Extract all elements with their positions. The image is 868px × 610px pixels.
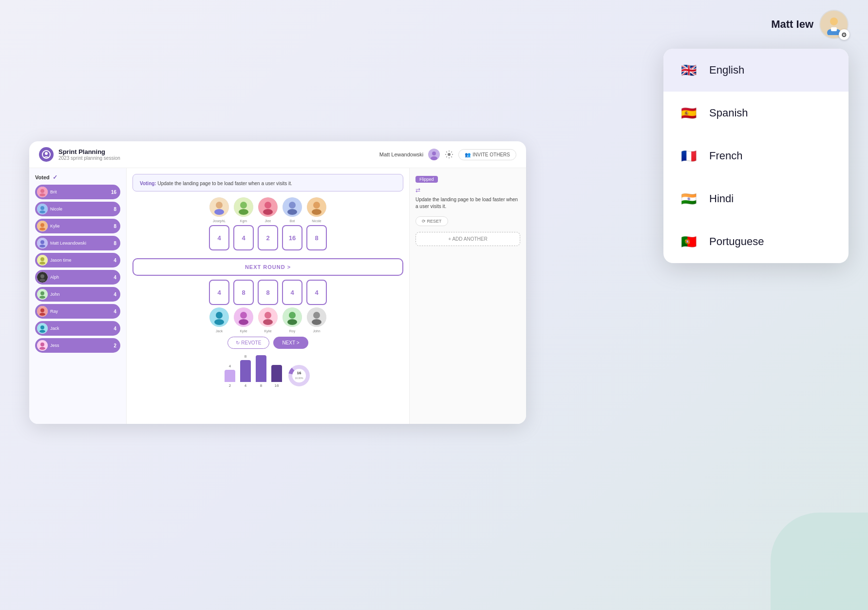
svg-point-23	[40, 257, 44, 261]
lang-item-hindi[interactable]: 🇮🇳 Hindi	[663, 177, 849, 220]
voter-item-john: John 4	[35, 287, 120, 302]
svg-point-35	[40, 325, 44, 329]
voter-name-jack: Jack	[50, 326, 59, 331]
bar-x-2: 2	[229, 383, 231, 388]
svg-point-54	[312, 209, 321, 215]
flag-french: 🇫🇷	[678, 145, 699, 167]
svg-point-69	[312, 319, 321, 325]
app-logo-area: Sprint Planning 2023 sprint planning ses…	[39, 147, 120, 162]
voting-text: Voting: Update the landing page to be lo…	[140, 181, 292, 186]
flip-icon: ⇄	[415, 187, 420, 193]
svg-point-1	[830, 18, 838, 25]
voter-score-kylie: 8	[113, 224, 116, 229]
voter-name-jason: Jason time	[50, 258, 72, 263]
svg-point-48	[263, 209, 273, 215]
voter-score-jess: 2	[113, 343, 116, 348]
voter-item-ray: Ray 4	[35, 304, 120, 319]
svg-point-15	[39, 210, 45, 213]
invite-others-button[interactable]: 👥 INVITE OTHERS	[458, 149, 516, 160]
voter-score-alph: 4	[113, 275, 116, 280]
lang-item-english[interactable]: 🇬🇧 English	[663, 49, 849, 92]
svg-point-38	[40, 343, 44, 346]
vote-card-joseph: 4	[209, 225, 229, 250]
vote-card-jack-bottom: 4	[209, 280, 229, 305]
voter-score-ray: 4	[113, 309, 116, 314]
svg-point-26	[40, 274, 44, 278]
lang-item-spanish[interactable]: 🇪🇸 Spanish	[663, 92, 849, 134]
revote-button[interactable]: ↻ REVOTE	[227, 337, 269, 349]
decorative-teal	[771, 513, 868, 610]
bar-label-2: 4	[229, 364, 231, 368]
player-col-kylie2-bottom: 8 Kylie	[258, 280, 278, 333]
lang-item-french[interactable]: 🇫🇷 French	[663, 134, 849, 177]
voted-check-icon: ✓	[53, 174, 57, 181]
header: Matt Iew ⚙	[771, 10, 849, 39]
app-window: Sprint Planning 2023 sprint planning ses…	[29, 141, 526, 424]
lang-label-spanish: Spanish	[709, 107, 748, 119]
main-content: Voting: Update the landing page to be lo…	[127, 168, 409, 424]
player-label-jlee: Jlee	[265, 219, 271, 223]
svg-point-66	[287, 319, 297, 325]
app-header-right: Matt Lewandowski 👥 INVITE OTHERS	[379, 149, 516, 160]
svg-point-39	[39, 347, 45, 350]
avatar-container[interactable]: ⚙	[819, 10, 849, 39]
voter-name-matt: Matt Lewandowski	[50, 241, 86, 246]
voter-score-jack: 4	[113, 326, 116, 331]
settings-icon[interactable]	[445, 150, 453, 159]
svg-point-56	[216, 312, 223, 319]
player-label-roy-bottom: Roy	[289, 329, 295, 333]
app-user-name: Matt Lewandowski	[379, 152, 424, 157]
bar-2	[225, 370, 235, 382]
gear-icon[interactable]: ⚙	[839, 29, 849, 40]
svg-point-14	[40, 206, 44, 210]
app-subtitle: 2023 sprint planning session	[58, 155, 120, 161]
chart-area: 4 2 8 4 8 16	[132, 354, 403, 388]
voter-name-nicole: Nicole	[50, 207, 62, 211]
svg-point-36	[39, 330, 45, 333]
voter-item-brit: Brit 16	[35, 185, 120, 199]
voter-item-kylie: Kylie 8	[35, 219, 120, 233]
player-avatar-jlee	[258, 197, 278, 217]
next-button[interactable]: NEXT >	[273, 337, 308, 349]
lang-label-english: English	[709, 64, 744, 76]
bar-group-2: 4 2	[225, 364, 235, 388]
player-avatar-john-bottom	[307, 307, 326, 327]
voter-avatar-nicole	[37, 204, 48, 214]
voter-name-jess: Jess	[50, 343, 59, 348]
svg-point-41	[216, 202, 223, 209]
player-col-bot: Bot 16	[282, 197, 302, 250]
svg-text:16: 16	[297, 371, 302, 375]
flag-hindi: 🇮🇳	[678, 188, 699, 210]
bar-x-8: 8	[260, 383, 262, 388]
reset-button[interactable]: ⟳ RESET	[415, 216, 448, 226]
svg-rect-3	[831, 27, 837, 31]
player-col-jlee: Jlee 2	[258, 197, 278, 250]
svg-point-50	[289, 202, 296, 209]
svg-point-29	[40, 291, 44, 295]
svg-point-62	[264, 312, 271, 319]
voter-name-brit: Brit	[50, 190, 57, 194]
voter-item-jess: Jess 2	[35, 338, 120, 353]
svg-point-20	[40, 240, 44, 244]
voter-avatar-alph	[37, 272, 48, 283]
svg-point-30	[39, 296, 45, 299]
player-col-roy-bottom: 4 Roy	[282, 280, 302, 333]
add-another-button[interactable]: + ADD ANOTHER	[415, 232, 520, 246]
voter-score-brit: 16	[111, 190, 116, 195]
next-round-button[interactable]: NEXT ROUND >	[132, 258, 403, 276]
bar-label-4: 8	[245, 354, 246, 359]
player-col-joseph: JosephL 4	[209, 197, 229, 250]
lang-item-portuguese[interactable]: 🇵🇹 Portuguese	[663, 220, 849, 263]
flipped-badge: Flipped	[415, 176, 438, 183]
svg-text:10.00%: 10.00%	[295, 377, 304, 380]
player-col-kylie-bottom: 8 Kylie	[233, 280, 254, 333]
svg-point-65	[289, 312, 296, 319]
svg-point-12	[39, 193, 45, 196]
player-label-kylie2-bottom: Kylie	[264, 329, 271, 333]
player-avatar-roy-bottom	[283, 307, 302, 327]
svg-point-63	[263, 319, 273, 325]
svg-point-51	[287, 209, 297, 215]
svg-point-18	[39, 228, 45, 230]
player-col-jack-bottom: 4 Jack	[209, 280, 229, 333]
bar-x-4: 4	[245, 383, 246, 388]
